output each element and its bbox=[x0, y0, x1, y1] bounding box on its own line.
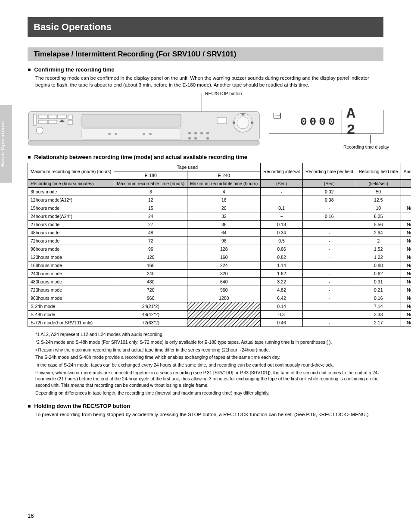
cell-mode: 15hours mode bbox=[28, 204, 114, 212]
cell: 3.22 bbox=[261, 278, 303, 286]
subheading-table: Relationship between recording time (mod… bbox=[28, 154, 383, 160]
table-row: S-72h mode(For SRV101 only)72(63*2)0.46-… bbox=[28, 319, 411, 327]
svg-rect-5 bbox=[58, 115, 66, 118]
cell: 3.33 bbox=[356, 311, 401, 319]
table-row: S-24h mode24(21*2)0.14-7.14Not Possible bbox=[28, 302, 411, 311]
note3: • Reason why the maximum recording time … bbox=[35, 347, 383, 353]
cell: - bbox=[302, 270, 356, 278]
cell: 0.02 bbox=[302, 188, 356, 196]
cell: 10 bbox=[356, 204, 401, 212]
chapter-title: Basic Operations bbox=[28, 17, 383, 37]
cell: 12 bbox=[114, 196, 187, 204]
cell-mode: 24hours mode(A24*) bbox=[28, 212, 114, 221]
cell-mode: 120hours mode bbox=[28, 253, 114, 261]
callout-rec-stop: REC/STOP button bbox=[205, 91, 242, 96]
cell: 96 bbox=[114, 245, 187, 253]
svg-point-14 bbox=[108, 133, 111, 135]
cell: 0.31 bbox=[356, 278, 401, 286]
svg-rect-3 bbox=[39, 115, 47, 118]
th-e180: E-180 bbox=[114, 171, 187, 180]
table-row: 27hours mode27360.18-5.56Not Possible bbox=[28, 221, 411, 229]
cell: 3 bbox=[114, 188, 187, 196]
table-row: 48hours mode48640.34-2.94Not Possible bbox=[28, 229, 411, 237]
cell-mode: 12hours mode(A12*) bbox=[28, 196, 114, 204]
cell: 1.52 bbox=[356, 245, 401, 253]
cell: Possible bbox=[401, 188, 411, 196]
cell-mode: S-48h mode bbox=[28, 311, 114, 319]
th-time-field: Recording time per field bbox=[302, 163, 356, 180]
cell: 2 bbox=[356, 237, 401, 245]
cell: 1.22 bbox=[356, 253, 401, 261]
cell: 0.5 bbox=[261, 237, 303, 245]
cell: - bbox=[302, 319, 356, 327]
cell: Not Possible bbox=[401, 270, 411, 278]
table-row: 960hours mode96012806.42-0.16Not Possibl… bbox=[28, 294, 411, 302]
cell: - bbox=[302, 245, 356, 253]
cell: − bbox=[261, 212, 303, 221]
cell: 0.34 bbox=[261, 229, 303, 237]
cell-mode: 720hours mode bbox=[28, 286, 114, 294]
sub-blank bbox=[401, 180, 411, 188]
intro-text: The recording mode can be confirmed in t… bbox=[35, 75, 383, 88]
cell: 20 bbox=[187, 204, 261, 212]
cell: - bbox=[302, 229, 356, 237]
svg-rect-10 bbox=[68, 120, 72, 124]
cell: 1280 bbox=[187, 294, 261, 302]
vcr-icon bbox=[28, 107, 260, 146]
lcd-label: Recording time display bbox=[332, 144, 401, 149]
cell: Not Possible bbox=[401, 319, 411, 327]
cell: 16 bbox=[187, 196, 261, 204]
cell: - bbox=[302, 253, 356, 261]
table-notes: *1 A12, A24 represent L12 and L24 modes … bbox=[35, 331, 383, 396]
device-illustration: REC/STOP button bbox=[28, 93, 383, 149]
cell: 27 bbox=[114, 221, 187, 229]
cell: 7.14 bbox=[356, 302, 401, 311]
note4-2: In the case of S-24h mode, tapes can be … bbox=[35, 362, 383, 368]
cell: 0.21 bbox=[356, 286, 401, 294]
subheading-confirm: Confirming the recording time bbox=[28, 66, 383, 73]
table-row: 168hours mode1682241.14-0.88Not Possible bbox=[28, 261, 411, 270]
cell: - bbox=[302, 294, 356, 302]
table-row: 12hours mode(A12*)1216−0.0812.5Possible bbox=[28, 196, 411, 204]
cell: 64 bbox=[187, 229, 261, 237]
sub-max240: Maximum recordable time (hours) bbox=[187, 180, 261, 188]
table-row: 96hours mode961280.66-1.52Not Possible bbox=[28, 245, 411, 253]
cell: 160 bbox=[187, 253, 261, 261]
cell: 1.14 bbox=[261, 261, 303, 270]
cell: 72 bbox=[114, 237, 187, 245]
svg-rect-7 bbox=[48, 120, 57, 124]
cell: 240 bbox=[114, 270, 187, 278]
table-row: 3hours mode34-0.0250Possible bbox=[28, 188, 411, 196]
cell-mode: 27hours mode bbox=[28, 221, 114, 229]
cell: - bbox=[302, 302, 356, 311]
table-row: 720hours mode7209604.82-0.21Not Possible bbox=[28, 286, 411, 294]
cell: 5.56 bbox=[356, 221, 401, 229]
note4-4: Depending on differences in tape length,… bbox=[35, 390, 383, 396]
cell: 224 bbox=[187, 261, 261, 270]
cell: Not Possible bbox=[401, 311, 411, 319]
table-row: 240hours mode2403201.62-0.62Not Possible bbox=[28, 270, 411, 278]
table-row: 120hours mode1201600.82-1.22Not Possible bbox=[28, 253, 411, 261]
svg-rect-1 bbox=[28, 141, 259, 145]
sub-sec2: (Sec) bbox=[302, 180, 356, 188]
table-row: 24hours mode(A24*)2432−0.166.25Possible bbox=[28, 212, 411, 221]
cell: 640 bbox=[187, 278, 261, 286]
th-mode: Maximum recording time (mode) (hours) bbox=[28, 163, 114, 180]
cell: 0.3 bbox=[261, 311, 303, 319]
svg-point-19 bbox=[194, 132, 197, 134]
side-tab: Basic Operations bbox=[0, 105, 12, 183]
cell: 480 bbox=[114, 278, 187, 286]
cell: 24 bbox=[114, 212, 187, 221]
cell: - bbox=[261, 188, 303, 196]
th-audio: Audio recording bbox=[401, 163, 411, 180]
hold-body: To prevent recording from being stopped … bbox=[35, 411, 383, 418]
cell: 2.17 bbox=[356, 319, 401, 327]
cell-mode: 48hours mode bbox=[28, 229, 114, 237]
note2: *2 S-24h mode and S-48h mode (For SRV101… bbox=[35, 339, 383, 345]
cell: 0.1 bbox=[261, 204, 303, 212]
cell: 96 bbox=[187, 237, 261, 245]
svg-point-11 bbox=[36, 127, 43, 134]
cell: 4.82 bbox=[261, 286, 303, 294]
table-row: 15hours mode15200.1-10Not Possible bbox=[28, 204, 411, 212]
cell: 168 bbox=[114, 261, 187, 270]
